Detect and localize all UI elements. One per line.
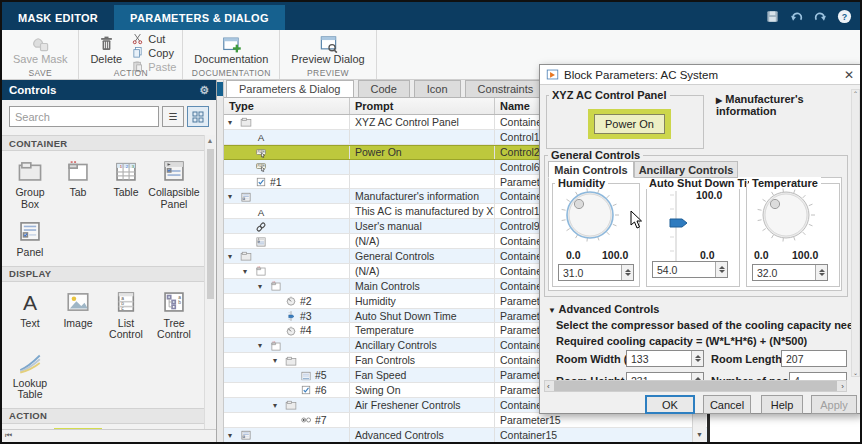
manufacturer-info-collapsible[interactable]: ▶ Manufacturer's information <box>716 93 860 117</box>
cut-button[interactable]: Cut <box>131 32 176 45</box>
advanced-line2: Required cooling capacity = (W*L*H*6) + … <box>556 335 807 347</box>
help-icon[interactable]: ? <box>837 9 852 24</box>
knob-icon <box>285 325 297 337</box>
control-tile-list-control[interactable]: abc List Control <box>102 286 150 344</box>
controls-panel-horizontal-scrollbar[interactable]: ⏮ <box>2 429 216 442</box>
dialog-horizontal-scrollbar[interactable]: ‹› <box>544 380 847 392</box>
delete-button[interactable]: Delete <box>85 31 127 67</box>
documentation-icon <box>222 33 241 53</box>
copy-button[interactable]: Copy <box>131 46 176 59</box>
expand-arrow-icon[interactable]: ▾ <box>273 354 282 367</box>
column-header-prompt[interactable]: Prompt <box>350 98 495 114</box>
autoshutdown-value-field[interactable]: 54.0 <box>652 261 728 278</box>
help-button[interactable]: Help <box>761 395 803 414</box>
control-tile-table[interactable]: 123 Table <box>102 155 150 213</box>
expand-arrow-icon[interactable]: ▾ <box>228 250 237 263</box>
humidity-spinner[interactable] <box>621 265 633 280</box>
cancel-button[interactable]: Cancel <box>703 395 751 414</box>
svg-text:PUSH: PUSH <box>257 164 264 168</box>
controls-panel-header: Controls ⚙ <box>2 80 216 100</box>
advanced-controls-collapsible[interactable]: ▼ Advanced Controls <box>548 303 659 315</box>
gear-icon[interactable]: ⚙ <box>199 84 209 97</box>
collapsible-panel-icon <box>255 236 267 248</box>
autoshutdown-min: 0.0 <box>700 249 715 261</box>
undo-icon[interactable] <box>789 9 804 24</box>
expand-arrow-icon[interactable]: ▾ <box>273 399 282 412</box>
search-input[interactable]: Search <box>9 106 159 127</box>
pane-splitter[interactable] <box>217 80 224 442</box>
expand-arrow-icon[interactable]: ▾ <box>228 429 237 442</box>
control-tile-collapsible-panel[interactable]: Collapsible Panel <box>150 155 198 213</box>
column-header-type[interactable]: Type <box>224 98 350 114</box>
preview-dialog-button[interactable]: Preview Dialog <box>286 31 369 67</box>
editor-tab-constraints[interactable]: Constraints <box>465 80 547 97</box>
scrollbar-thumb[interactable] <box>554 381 838 391</box>
control-tile-group-box[interactable]: Group Box <box>6 155 54 213</box>
pane-splitter-grip[interactable] <box>217 82 223 96</box>
editor-tab-code[interactable]: Code <box>358 80 410 97</box>
ribbon-tab-mask-editor[interactable]: MASK EDITOR <box>2 5 114 30</box>
group-box-icon <box>240 250 252 262</box>
collapsed-arrow-icon: ▶ <box>716 96 722 105</box>
save-mask-button[interactable]: Save Mask <box>8 31 72 67</box>
expand-arrow-icon[interactable]: ▾ <box>258 339 267 352</box>
table-row[interactable]: #7 Parameter15 <box>224 413 707 428</box>
power-on-highlight: Power On <box>588 109 671 139</box>
advanced-controls-label: Advanced Controls <box>559 303 660 315</box>
field-spinner[interactable] <box>691 351 703 366</box>
group-box-icon <box>240 116 252 128</box>
table-scrollbar-down-arrow[interactable]: ▼ <box>693 428 706 441</box>
expand-arrow-icon[interactable]: ▾ <box>228 190 237 203</box>
panel-icon <box>240 191 252 203</box>
control-tile-tree-control[interactable]: ab Tree Control <box>150 286 198 344</box>
temperature-knob[interactable] <box>756 187 820 247</box>
field-input-room-length-l-[interactable]: 207 <box>781 350 847 367</box>
control-tile-image[interactable]: Image <box>54 286 102 344</box>
power-on-button[interactable]: Power On <box>594 114 665 134</box>
ribbon-tab-parameters-dialog[interactable]: PARAMETERS & DIALOG <box>114 5 285 30</box>
dialog-tab-ancillary-controls[interactable]: Ancillary Controls <box>634 161 738 178</box>
field-input-room-width-w-[interactable]: 133 <box>626 350 704 367</box>
dialog-tab-main-controls[interactable]: Main Controls <box>548 161 634 178</box>
autoshutdown-slider[interactable] <box>666 187 696 267</box>
humidity-knob[interactable] <box>560 187 624 247</box>
editor-tab-parameters-dialog[interactable]: Parameters & Dialog <box>226 80 354 97</box>
temperature-value-field[interactable]: 32.0 <box>752 264 828 281</box>
section-tiles-display: A Text Image abc List Control ab Tree Co… <box>2 282 202 408</box>
dialog-title-bar[interactable]: Block Parameters: AC System ✕ <box>540 65 860 85</box>
control-tile-panel[interactable]: Panel <box>6 215 54 262</box>
panel-icon <box>240 429 252 441</box>
checkbox-icon <box>255 176 267 188</box>
dialog-vertical-scrollbar[interactable]: ⌃ ⌄ <box>851 89 860 377</box>
list-view-icon: ☰ <box>169 111 178 122</box>
controls-panel-vertical-scrollbar[interactable]: ▲ ▼ <box>204 135 215 444</box>
grid-view-button[interactable] <box>187 106 209 127</box>
autoshutdown-value: 54.0 <box>657 264 677 276</box>
temperature-spinner[interactable] <box>815 265 827 280</box>
apply-button[interactable]: Apply <box>811 395 857 414</box>
redo-icon[interactable] <box>813 9 828 24</box>
preview-dialog-icon <box>319 33 338 53</box>
ribbon-group-preview: Preview Dialog PREVIEW <box>280 30 376 79</box>
table-row[interactable]: ▾ Advanced Controls Container15 <box>224 428 707 442</box>
humidity-value-field[interactable]: 31.0 <box>558 264 634 281</box>
section-band-action: ACTION <box>2 408 204 424</box>
control-tile-tab[interactable]: Tab <box>54 155 102 213</box>
save-icon[interactable] <box>765 9 780 24</box>
control-tile-text[interactable]: A Text <box>6 286 54 344</box>
close-icon[interactable]: ✕ <box>844 68 854 82</box>
list-view-button[interactable]: ☰ <box>162 106 184 127</box>
control-tile-lookup-table[interactable]: Lookup Table <box>6 346 54 404</box>
controls-panel-title: Controls <box>9 84 56 96</box>
tab-icon <box>65 158 91 184</box>
autoshutdown-spinner[interactable] <box>715 262 727 277</box>
ok-button[interactable]: OK <box>645 395 695 414</box>
expand-arrow-icon[interactable]: ▾ <box>258 280 267 293</box>
copy-icon <box>131 46 144 59</box>
expand-arrow-icon[interactable]: ▾ <box>243 265 252 278</box>
radio-icon <box>300 414 312 426</box>
documentation-button[interactable]: Documentation <box>189 31 273 67</box>
expand-arrow-icon[interactable]: ▾ <box>228 116 237 129</box>
panel-icon <box>17 218 43 244</box>
editor-tab-icon[interactable]: Icon <box>414 80 461 97</box>
